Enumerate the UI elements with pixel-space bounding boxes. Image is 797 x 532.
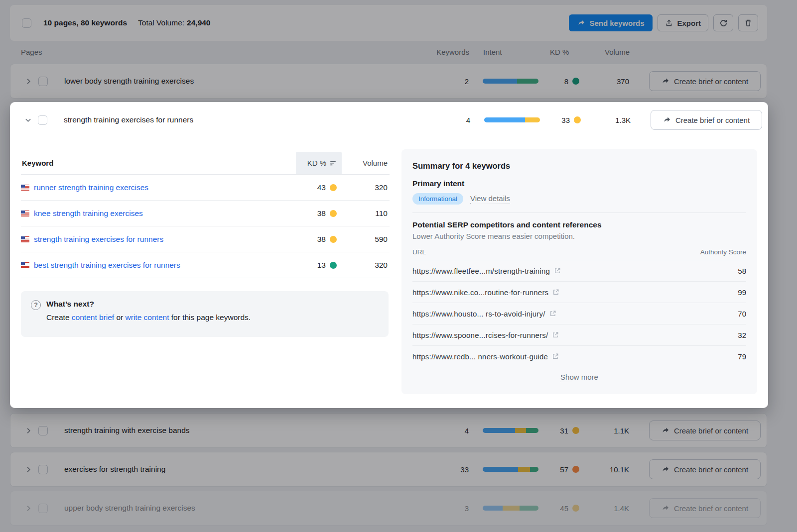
summary-panel: Summary for 4 keywords Primary intent In… xyxy=(401,149,757,394)
volume-value: 320 xyxy=(342,261,390,270)
keyword-row: strength training exercises for runners … xyxy=(21,226,390,252)
competitor-url: https://www.fleetfee...m/strength-traini… xyxy=(412,267,550,275)
sort-descending-icon xyxy=(330,160,337,166)
volume-column-header: Volume xyxy=(342,159,390,167)
show-more-link[interactable]: Show more xyxy=(560,373,598,382)
keyword-table: Keyword KD % Volume runner strength trai… xyxy=(21,152,390,278)
external-link-icon[interactable] xyxy=(552,331,559,338)
volume-value: 1.3K xyxy=(584,116,639,124)
kd-value: 38 xyxy=(296,209,342,218)
volume-value: 590 xyxy=(342,235,390,244)
authority-score: 58 xyxy=(686,267,746,275)
kd-value: 38 xyxy=(296,235,342,244)
kd-dot xyxy=(330,262,337,269)
competitor-row: https://www.fleetfee...m/strength-traini… xyxy=(412,260,746,282)
keyword-row: knee strength training exercises 38 110 xyxy=(21,201,390,226)
url-column-header: URL xyxy=(412,248,686,256)
collapse-chevron-down-icon[interactable] xyxy=(18,116,38,124)
us-flag-icon xyxy=(21,185,29,191)
content-brief-link[interactable]: content brief xyxy=(72,313,114,321)
summary-title: Summary for 4 keywords xyxy=(412,161,746,171)
kd-dot xyxy=(330,236,337,243)
kd-column-header-sorted[interactable]: KD % xyxy=(296,152,342,174)
volume-value: 110 xyxy=(342,209,390,218)
competitor-row: https://www.redb... nners-workout-guide … xyxy=(412,346,746,367)
write-content-link[interactable]: write content xyxy=(126,313,169,321)
expanded-page-card: strength training exercises for runners … xyxy=(10,102,768,408)
primary-intent-label: Primary intent xyxy=(412,179,746,188)
us-flag-icon xyxy=(21,236,29,242)
volume-value: 320 xyxy=(342,183,390,192)
keyword-link[interactable]: strength training exercises for runners xyxy=(34,235,163,244)
serp-competitors-title: Potential SERP competitors and content r… xyxy=(412,220,746,229)
keyword-link[interactable]: best strength training exercises for run… xyxy=(34,261,180,270)
us-flag-icon xyxy=(21,211,29,216)
external-link-icon[interactable] xyxy=(549,310,556,317)
keyword-row: best strength training exercises for run… xyxy=(21,252,390,278)
page-title: strength training exercises for runners xyxy=(60,115,425,124)
kd-dot xyxy=(330,210,337,217)
kd-value: 13 xyxy=(296,261,342,270)
authority-score: 99 xyxy=(686,288,746,297)
whats-next-panel: ? What’s next? Create content brief or w… xyxy=(21,291,389,337)
keyword-row: runner strength training exercises 43 32… xyxy=(21,175,390,201)
whats-next-text: Create content brief or write content fo… xyxy=(46,313,251,322)
whats-next-title: What’s next? xyxy=(46,300,251,309)
authority-score: 32 xyxy=(686,331,746,339)
keyword-link[interactable]: knee strength training exercises xyxy=(34,209,143,218)
row-checkbox[interactable] xyxy=(38,115,47,125)
view-details-link[interactable]: View details xyxy=(470,194,510,204)
divider xyxy=(412,213,746,213)
keyword-column-header: Keyword xyxy=(21,159,296,167)
competitor-url: https://www.housto... rs-to-avoid-injury… xyxy=(412,310,545,318)
kd-value: 43 xyxy=(296,183,342,192)
competitor-table-header: URL Authority Score xyxy=(412,244,746,260)
competitor-url: https://www.redb... nners-workout-guide xyxy=(412,352,548,361)
kd-dot xyxy=(574,116,581,123)
intent-badge: Informational xyxy=(412,193,463,205)
external-link-icon[interactable] xyxy=(552,353,559,360)
serp-competitors-subtitle: Lower Authority Score means easier compe… xyxy=(412,232,746,240)
competitor-url: https://www.spoone...rcises-for-runners/ xyxy=(412,331,548,339)
help-question-icon: ? xyxy=(31,300,41,310)
authority-score: 70 xyxy=(686,310,746,318)
external-link-icon[interactable] xyxy=(554,267,561,274)
external-link-icon[interactable] xyxy=(552,289,559,296)
page-row-expanded[interactable]: strength training exercises for runners … xyxy=(10,102,768,138)
create-arrow-icon xyxy=(663,116,671,124)
competitor-url: https://www.nike.co...routine-for-runner… xyxy=(412,288,548,297)
intent-bar xyxy=(470,117,545,122)
us-flag-icon xyxy=(21,262,29,268)
competitor-row: https://www.housto... rs-to-avoid-injury… xyxy=(412,303,746,324)
competitor-row: https://www.spoone...rcises-for-runners/… xyxy=(412,324,746,346)
authority-score-column-header: Authority Score xyxy=(686,248,746,256)
create-brief-button[interactable]: Create brief or content xyxy=(651,110,762,130)
kd-value: 33 xyxy=(545,116,584,124)
competitor-row: https://www.nike.co...routine-for-runner… xyxy=(412,282,746,303)
keywords-count: 4 xyxy=(425,116,470,124)
keyword-link[interactable]: runner strength training exercises xyxy=(34,183,148,192)
authority-score: 79 xyxy=(686,352,746,361)
keyword-strategy-page: 10 pages, 80 keywords Total Volume:24,94… xyxy=(0,0,797,532)
kd-dot xyxy=(330,184,337,191)
